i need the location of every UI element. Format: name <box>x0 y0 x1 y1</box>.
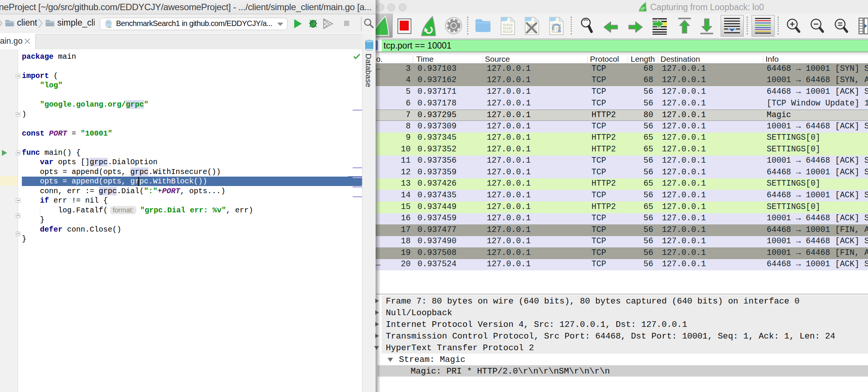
svg-text:01110: 01110 <box>503 30 513 34</box>
